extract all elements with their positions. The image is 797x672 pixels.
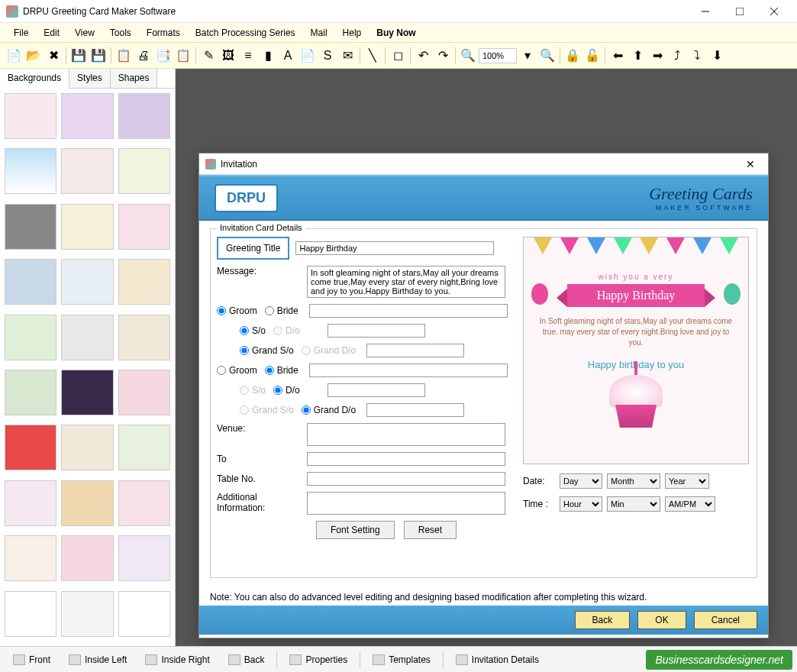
bg-thumb[interactable] bbox=[5, 204, 56, 250]
arrow-right-icon[interactable]: ➡ bbox=[648, 47, 666, 65]
line-icon[interactable]: ╲ bbox=[363, 47, 382, 65]
barcode-icon[interactable]: ▮ bbox=[259, 47, 277, 65]
so1-input[interactable] bbox=[328, 324, 425, 338]
bride2-input[interactable] bbox=[309, 363, 508, 377]
bg-thumb[interactable] bbox=[5, 259, 56, 305]
tab-back[interactable]: Back bbox=[220, 650, 273, 670]
bg-thumb[interactable] bbox=[61, 425, 113, 470]
menu-help[interactable]: Help bbox=[335, 24, 369, 41]
menu-buynow[interactable]: Buy Now bbox=[369, 24, 423, 41]
lock-icon[interactable]: 🔒 bbox=[563, 47, 582, 65]
back-button[interactable]: Back bbox=[575, 611, 631, 629]
bg-thumb[interactable] bbox=[61, 370, 113, 415]
to-input[interactable] bbox=[307, 452, 505, 466]
doc-icon[interactable]: 📄 bbox=[298, 47, 317, 65]
dialog-close-button[interactable]: ✕ bbox=[739, 158, 762, 170]
menu-file[interactable]: File bbox=[6, 24, 36, 41]
image-icon[interactable]: 🖼 bbox=[219, 47, 237, 65]
bg-thumb[interactable] bbox=[118, 204, 170, 250]
tab-styles[interactable]: Styles bbox=[69, 69, 111, 88]
tab-inside-left[interactable]: Inside Left bbox=[60, 650, 135, 670]
groom1-input[interactable] bbox=[309, 304, 508, 318]
tab-shapes[interactable]: Shapes bbox=[111, 69, 158, 88]
save-icon[interactable]: 💾 bbox=[69, 47, 88, 65]
granddo2-input[interactable] bbox=[366, 403, 464, 417]
venue-textarea[interactable] bbox=[307, 423, 505, 446]
bg-thumb[interactable] bbox=[118, 370, 170, 415]
font-setting-button[interactable]: Font Setting bbox=[316, 521, 395, 539]
close-button[interactable] bbox=[757, 0, 791, 23]
bg-thumb[interactable] bbox=[5, 591, 56, 637]
bride1-radio[interactable] bbox=[265, 306, 274, 315]
message-textarea[interactable]: In soft gleaming night of stars,May all … bbox=[307, 266, 505, 298]
ampm-select[interactable]: AM/PM bbox=[665, 496, 715, 512]
arrow-bottom-icon[interactable]: ⤵ bbox=[688, 47, 706, 65]
bg-thumb[interactable] bbox=[5, 315, 56, 360]
sign-icon[interactable]: S bbox=[318, 47, 337, 65]
cancel-button[interactable]: Cancel bbox=[694, 611, 757, 629]
shape-icon[interactable]: ◻ bbox=[389, 47, 407, 65]
copy-icon[interactable]: 📑 bbox=[154, 47, 173, 65]
bg-thumb[interactable] bbox=[118, 315, 170, 360]
open-icon[interactable]: 📂 bbox=[24, 47, 43, 65]
grandso1-radio[interactable] bbox=[240, 346, 249, 355]
tab-invitation-details[interactable]: Invitation Details bbox=[447, 650, 547, 670]
arrow-down-icon[interactable]: ⬇ bbox=[708, 47, 726, 65]
menu-formats[interactable]: Formats bbox=[139, 24, 188, 41]
groom1-radio[interactable] bbox=[217, 306, 226, 315]
clipboard-icon[interactable]: 📋 bbox=[115, 47, 133, 65]
arrow-left-icon[interactable]: ⬅ bbox=[608, 47, 627, 65]
bg-thumb[interactable] bbox=[118, 259, 170, 305]
do2-radio[interactable] bbox=[273, 386, 282, 395]
bg-thumb[interactable] bbox=[5, 425, 56, 470]
redo-icon[interactable]: ↷ bbox=[434, 47, 452, 65]
zoom-input[interactable] bbox=[479, 48, 517, 63]
unlock-icon[interactable]: 🔓 bbox=[583, 47, 602, 65]
arrow-up-icon[interactable]: ⬆ bbox=[628, 47, 647, 65]
delete-icon[interactable]: ✖ bbox=[44, 47, 63, 65]
month-select[interactable]: Month bbox=[607, 473, 660, 489]
bg-thumb[interactable] bbox=[61, 535, 113, 581]
groom2-radio[interactable] bbox=[217, 366, 226, 375]
bg-thumb[interactable] bbox=[118, 480, 170, 526]
minimize-button[interactable] bbox=[688, 0, 722, 23]
menu-batch[interactable]: Batch Processing Series bbox=[188, 24, 303, 41]
bg-thumb[interactable] bbox=[5, 93, 56, 139]
year-select[interactable]: Year bbox=[665, 473, 709, 489]
ok-button[interactable]: OK bbox=[637, 611, 686, 629]
bg-thumb[interactable] bbox=[61, 93, 113, 139]
maximize-button[interactable] bbox=[722, 0, 757, 23]
zoomdrop-icon[interactable]: ▾ bbox=[518, 47, 537, 65]
bg-thumb[interactable] bbox=[118, 591, 170, 637]
bg-thumb[interactable] bbox=[118, 148, 170, 194]
greeting-title-input[interactable] bbox=[295, 241, 494, 255]
bg-thumb[interactable] bbox=[5, 480, 56, 526]
text-icon[interactable]: A bbox=[279, 47, 297, 65]
tab-backgrounds[interactable]: Backgrounds bbox=[0, 69, 69, 89]
min-select[interactable]: Min bbox=[607, 496, 660, 512]
background-grid[interactable] bbox=[0, 89, 175, 646]
bg-thumb[interactable] bbox=[118, 425, 170, 470]
grandso1-input[interactable] bbox=[366, 344, 464, 357]
bg-thumb[interactable] bbox=[61, 204, 113, 250]
zoomout-icon[interactable]: 🔍 bbox=[538, 47, 557, 65]
tab-front[interactable]: Front bbox=[5, 650, 59, 670]
new-icon[interactable]: 📄 bbox=[5, 47, 23, 65]
granddo2-radio[interactable] bbox=[302, 405, 311, 415]
hour-select[interactable]: Hour bbox=[560, 496, 602, 512]
align-icon[interactable]: ≡ bbox=[239, 47, 257, 65]
bride2-radio[interactable] bbox=[265, 366, 274, 375]
bg-thumb[interactable] bbox=[61, 315, 113, 360]
tab-templates[interactable]: Templates bbox=[364, 650, 439, 670]
so1-radio[interactable] bbox=[240, 326, 249, 335]
menu-edit[interactable]: Edit bbox=[36, 24, 67, 41]
addinfo-textarea[interactable] bbox=[307, 492, 505, 515]
paste-icon[interactable]: 📋 bbox=[174, 47, 192, 65]
tableno-input[interactable] bbox=[307, 472, 505, 486]
undo-icon[interactable]: ↶ bbox=[414, 47, 432, 65]
do2-input[interactable] bbox=[328, 383, 425, 397]
pen-icon[interactable]: ✎ bbox=[199, 47, 218, 65]
bg-thumb[interactable] bbox=[118, 535, 170, 581]
tab-inside-right[interactable]: Inside Right bbox=[137, 650, 218, 670]
bg-thumb[interactable] bbox=[61, 591, 113, 637]
